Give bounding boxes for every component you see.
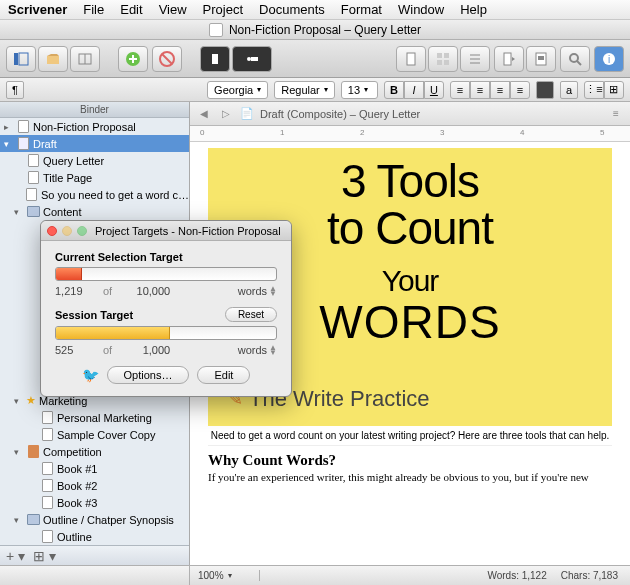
window-title: Non-Fiction Proposal – Query Letter <box>229 23 421 37</box>
menu-app[interactable]: Scrivener <box>8 2 67 17</box>
binder-item[interactable]: Personal Marketing <box>0 409 189 426</box>
underline-button[interactable]: U <box>424 81 444 99</box>
binder-item[interactable]: Book #1 <box>0 460 189 477</box>
binder-item[interactable]: Title Page <box>0 169 189 186</box>
ruler[interactable]: 012345 <box>190 126 630 142</box>
binder-item[interactable]: Sample Cover Copy <box>0 426 189 443</box>
close-button[interactable] <box>47 226 57 236</box>
keywords-button[interactable] <box>232 46 272 72</box>
edit-button[interactable]: Edit <box>197 366 250 384</box>
binder-item[interactable]: Outline <box>0 528 189 545</box>
body-paragraph: If you're an experienced writer, this mi… <box>208 471 612 483</box>
menu-documents[interactable]: Documents <box>259 2 325 17</box>
view-document-button[interactable] <box>396 46 426 72</box>
menu-format[interactable]: Format <box>341 2 382 17</box>
char-count: Chars: 7,183 <box>561 570 618 581</box>
binder-item[interactable]: Query Letter <box>0 152 189 169</box>
svg-rect-1 <box>19 53 28 65</box>
selection-target-bar <box>55 267 277 281</box>
zoom-button <box>77 226 87 236</box>
binder-folder-competition[interactable]: ▾Competition <box>0 443 189 460</box>
snapshot-button[interactable] <box>526 46 556 72</box>
binder-item-root[interactable]: ▸Non-Fiction Proposal <box>0 118 189 135</box>
options-button[interactable]: Options… <box>107 366 190 384</box>
style-preset-button[interactable]: ¶ <box>6 81 24 99</box>
format-bar: ¶ Georgia▾ Regular▾ 13▾ B I U ≡ ≡ ≡ ≡ a … <box>0 78 630 102</box>
menu-help[interactable]: Help <box>460 2 487 17</box>
reset-button[interactable]: Reset <box>225 307 277 322</box>
font-style-select[interactable]: Regular▾ <box>274 81 335 99</box>
binder-item[interactable]: Book #3 <box>0 494 189 511</box>
svg-text:i: i <box>608 54 610 65</box>
collection-button[interactable] <box>38 46 68 72</box>
svg-rect-15 <box>444 60 449 65</box>
menu-edit[interactable]: Edit <box>120 2 142 17</box>
align-justify-button[interactable]: ≡ <box>510 81 530 99</box>
svg-rect-8 <box>212 54 218 64</box>
session-unit-select[interactable]: words <box>238 344 267 356</box>
dialog-title: Project Targets - Non-Fiction Proposal <box>95 225 281 237</box>
menubar: Scrivener File Edit View Project Documen… <box>0 0 630 20</box>
project-targets-dialog[interactable]: Project Targets - Non-Fiction Proposal C… <box>40 220 292 397</box>
nav-fwd-button[interactable]: ▷ <box>218 106 234 122</box>
trash-button[interactable] <box>152 46 182 72</box>
stepper-icon[interactable]: ▲▼ <box>269 286 277 296</box>
view-cork-button[interactable] <box>428 46 458 72</box>
list-button[interactable]: ⋮≡ <box>584 81 604 99</box>
binder-folder-outline[interactable]: ▾Outline / Chatper Synopsis <box>0 511 189 528</box>
binder-item-draft[interactable]: ▾Draft <box>0 135 189 152</box>
svg-rect-2 <box>47 56 59 64</box>
search-button[interactable] <box>560 46 590 72</box>
highlight-button[interactable]: a <box>560 81 578 99</box>
compose-button[interactable] <box>200 46 230 72</box>
zoom-select[interactable]: 100%▾ <box>190 570 260 581</box>
binder-toggle-button[interactable] <box>6 46 36 72</box>
binder-item[interactable]: So you need to get a word c… <box>0 186 189 203</box>
font-size-select[interactable]: 13▾ <box>341 81 378 99</box>
svg-rect-21 <box>538 56 544 60</box>
svg-point-22 <box>570 54 578 62</box>
stepper-icon[interactable]: ▲▼ <box>269 345 277 355</box>
compile-button[interactable] <box>494 46 524 72</box>
dialog-titlebar[interactable]: Project Targets - Non-Fiction Proposal <box>41 221 291 241</box>
layout-button[interactable] <box>70 46 100 72</box>
text-color-button[interactable] <box>536 81 554 99</box>
italic-button[interactable]: I <box>404 81 424 99</box>
svg-point-9 <box>247 57 251 61</box>
bold-button[interactable]: B <box>384 81 404 99</box>
font-select[interactable]: Georgia▾ <box>207 81 268 99</box>
toolbar: i <box>0 40 630 78</box>
inspector-button[interactable]: i <box>594 46 624 72</box>
binder-header: Binder <box>0 102 189 118</box>
menu-file[interactable]: File <box>83 2 104 17</box>
split-button[interactable]: ≡ <box>608 106 624 122</box>
session-target-bar <box>55 326 277 340</box>
align-center-button[interactable]: ≡ <box>470 81 490 99</box>
align-right-button[interactable]: ≡ <box>490 81 510 99</box>
window-titlebar: Non-Fiction Proposal – Query Letter <box>0 20 630 40</box>
body-heading: Why Count Words? <box>208 446 612 471</box>
path-text[interactable]: Draft (Composite) – Query Letter <box>260 108 420 120</box>
add-button[interactable] <box>118 46 148 72</box>
svg-rect-19 <box>504 53 511 65</box>
svg-rect-10 <box>251 57 258 61</box>
svg-rect-0 <box>14 53 18 65</box>
binder-add-button[interactable]: + ▾ <box>6 548 25 564</box>
view-outline-button[interactable] <box>460 46 490 72</box>
session-target-field[interactable]: 1,000 <box>120 344 170 356</box>
selection-count: 1,219 <box>55 285 95 297</box>
align-left-button[interactable]: ≡ <box>450 81 470 99</box>
selection-unit-select[interactable]: words <box>238 285 267 297</box>
binder-folder-content[interactable]: ▾Content <box>0 203 189 220</box>
menu-view[interactable]: View <box>159 2 187 17</box>
session-target-label: Session Target <box>55 309 133 321</box>
menu-project[interactable]: Project <box>203 2 243 17</box>
binder-action-button[interactable]: ⊞ ▾ <box>33 548 56 564</box>
selection-target-field[interactable]: 10,000 <box>120 285 170 297</box>
binder-item[interactable]: Book #2 <box>0 477 189 494</box>
table-button[interactable]: ⊞ <box>604 81 624 99</box>
nav-back-button[interactable]: ◀ <box>196 106 212 122</box>
menu-window[interactable]: Window <box>398 2 444 17</box>
image-caption: Need to get a word count on your latest … <box>208 426 612 446</box>
twitter-icon[interactable]: 🐦 <box>82 367 99 383</box>
